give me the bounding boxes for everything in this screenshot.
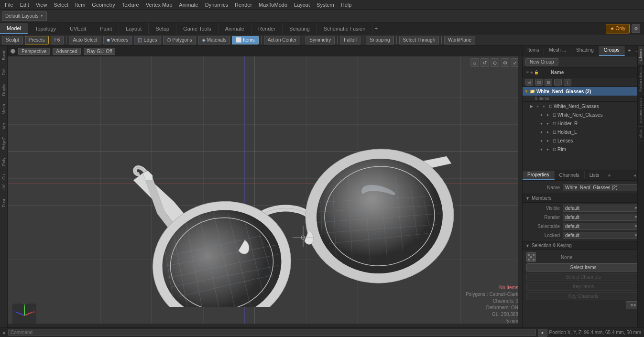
tab-topology[interactable]: Topology: [28, 23, 63, 34]
render-dropdown[interactable]: default ▼: [563, 214, 640, 221]
tab-mesh[interactable]: Mesh ...: [544, 46, 571, 56]
menu-edit[interactable]: Edit: [17, 1, 32, 8]
menu-layout[interactable]: Layout: [291, 1, 313, 8]
add-tab-btn[interactable]: +: [625, 46, 634, 56]
menu-system[interactable]: System: [314, 1, 337, 8]
falloff-btn[interactable]: Falloff: [340, 36, 360, 44]
tree-icon-preview[interactable]: ⬚: [554, 79, 562, 86]
polygons-btn[interactable]: ⬡ Polygons: [163, 36, 196, 44]
vp-home-btn[interactable]: ⌂: [470, 58, 479, 67]
symmetry-btn[interactable]: Symmetry: [306, 36, 335, 44]
sidebar-item-poly[interactable]: Poly...: [1, 152, 7, 168]
visible-dropdown[interactable]: default ▼: [563, 205, 640, 212]
tab-game-tools[interactable]: Game Tools: [176, 23, 218, 34]
tab-schematic[interactable]: Schematic Fusion: [317, 23, 372, 34]
sidebar-item-def[interactable]: Def...: [1, 63, 7, 77]
action-center-btn[interactable]: Action Center: [264, 36, 301, 44]
far-tab-group-display[interactable]: Group Display: [638, 65, 644, 95]
tab-scripting[interactable]: Scripting: [283, 23, 317, 34]
menu-texture[interactable]: Texture: [119, 1, 142, 8]
menu-file[interactable]: File: [2, 1, 16, 8]
key-items-btn[interactable]: Key Items: [526, 283, 640, 291]
menu-item[interactable]: Item: [72, 1, 88, 8]
tree-icon-detail[interactable]: ▦: [545, 79, 552, 86]
sidebar-item-ver[interactable]: Ver...: [1, 118, 7, 131]
far-tab-tags[interactable]: Tags: [638, 127, 644, 141]
name-field-value[interactable]: White_Nerd_Glasses (2): [563, 184, 640, 191]
menu-vertex-map[interactable]: Vertex Map: [143, 1, 175, 8]
props-add-tab-btn[interactable]: +: [604, 171, 613, 180]
tab-groups[interactable]: Groups: [599, 46, 625, 56]
vp-zoom-fit-btn[interactable]: ⊙: [491, 58, 499, 67]
sculpt-btn[interactable]: Sculpt: [2, 36, 23, 44]
menu-maxtomodo[interactable]: MaxToModo: [256, 1, 290, 8]
workplane-btn[interactable]: WorkPlane: [444, 36, 475, 44]
sidebar-item-basic[interactable]: Basic: [1, 48, 7, 62]
vp-settings-btn[interactable]: ⚙: [501, 58, 509, 67]
key-channels-btn[interactable]: Key Channels: [526, 292, 640, 300]
tab-shading[interactable]: Shading: [571, 46, 599, 56]
go-button[interactable]: ●: [538, 329, 547, 337]
selectable-dropdown[interactable]: default ▼: [563, 223, 640, 230]
materials-btn[interactable]: ◈ Materials: [198, 36, 230, 44]
group-root-item[interactable]: ▼ 📁 White_Nerd_Glasses (2) ℹ: [523, 87, 644, 96]
presets-btn[interactable]: Presets: [25, 36, 49, 44]
add-mode-btn[interactable]: +: [374, 25, 378, 32]
star-only-btn[interactable]: ★ Only: [606, 24, 630, 33]
f6-btn[interactable]: F6: [51, 36, 64, 44]
auto-select-btn[interactable]: Auto Select: [69, 36, 101, 44]
menu-dynamics[interactable]: Dynamics: [202, 1, 231, 8]
tree-item-2[interactable]: ● ● ◻ Holder_R: [532, 119, 644, 128]
group-root-row[interactable]: ▼ 📁 White_Nerd_Glasses (2) ℹ 5 Items: [523, 87, 644, 102]
advanced-btn[interactable]: Advanced: [53, 48, 80, 55]
menu-view[interactable]: View: [33, 1, 50, 8]
select-items-btn[interactable]: Select Items: [526, 263, 640, 272]
sel-collapse-icon[interactable]: ▼: [525, 243, 530, 248]
select-through-btn[interactable]: Select Through: [399, 36, 439, 44]
sidebar-item-uv[interactable]: UV: [1, 183, 7, 193]
command-input[interactable]: [8, 329, 536, 336]
props-tab-channels[interactable]: Channels: [555, 171, 585, 179]
new-group-btn[interactable]: New Group: [525, 58, 558, 65]
tab-animate[interactable]: Animate: [218, 23, 251, 34]
tab-render[interactable]: Render: [251, 23, 283, 34]
tab-paint[interactable]: Paint: [93, 23, 119, 34]
tree-icon-grid[interactable]: ⊞: [525, 79, 533, 86]
tab-setup[interactable]: Setup: [149, 23, 176, 34]
tab-uvedit[interactable]: UVEdit: [63, 23, 93, 34]
edges-btn[interactable]: ◫ Edges: [134, 36, 161, 44]
menu-animate[interactable]: Animate: [176, 1, 201, 8]
select-channels-btn[interactable]: Select Channels: [526, 273, 640, 281]
tree-item-3[interactable]: ● ● ◻ Holder_L: [532, 128, 644, 136]
props-tab-lists[interactable]: Lists: [585, 171, 605, 179]
menu-help[interactable]: Help: [338, 1, 355, 8]
scrollbar-right[interactable]: [518, 56, 522, 327]
settings-icon[interactable]: ⚙: [632, 24, 640, 33]
layout-dropdown[interactable]: Default Layouts ▼: [2, 11, 47, 21]
menu-render[interactable]: Render: [232, 1, 255, 8]
tree-icon-sort[interactable]: ↕: [564, 79, 571, 86]
sidebar-item-mesh[interactable]: Mesh...: [1, 98, 7, 117]
props-tab-properties[interactable]: Properties: [523, 171, 555, 180]
tree-item-5[interactable]: ● ● ◻ Rim: [532, 145, 644, 153]
tree-item-0[interactable]: ▶ ● ● ◻ White_Nerd_Glasses: [528, 102, 644, 110]
menu-select[interactable]: Select: [51, 1, 71, 8]
far-tab-user-channels[interactable]: User Channels: [638, 95, 644, 127]
sidebar-item-fusi[interactable]: Fusi...: [1, 194, 7, 209]
snapping-btn[interactable]: Snapping: [366, 36, 393, 44]
tab-model[interactable]: Model: [0, 23, 28, 34]
viewport-active-dot[interactable]: [11, 49, 15, 54]
tab-layout[interactable]: Layout: [119, 23, 149, 34]
sidebar-item-edgf[interactable]: EdgeF...: [1, 132, 7, 152]
tab-items[interactable]: Items: [523, 46, 544, 56]
menu-geometry[interactable]: Geometry: [89, 1, 118, 8]
props-shrink-icon[interactable]: ◂: [633, 172, 637, 179]
vp-refresh-btn[interactable]: ↺: [480, 58, 489, 67]
ray-gl-btn[interactable]: Ray GL: Off: [84, 48, 116, 55]
viewport[interactable]: Perspective Advanced Ray GL: Off ⌂ ↺ ⊙ ⚙…: [8, 46, 522, 327]
perspective-btn[interactable]: Perspective: [18, 48, 50, 55]
locked-dropdown[interactable]: default ▼: [563, 232, 640, 239]
tree-icon-list[interactable]: ▤: [535, 79, 543, 86]
tree-item-4[interactable]: ● ● ◻ Lenses: [532, 136, 644, 145]
sidebar-item-cu[interactable]: Cu...: [1, 169, 7, 182]
